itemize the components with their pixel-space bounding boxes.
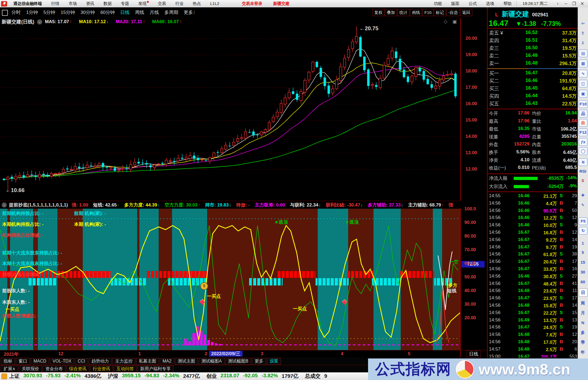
- menu-item-市场[interactable]: 市场: [64, 1, 81, 6]
- tab-设置[interactable]: 设置: [267, 358, 281, 365]
- tab-主力监控[interactable]: 主力监控: [112, 358, 135, 365]
- menu-item-发现[interactable]: 发现: [134, 1, 153, 6]
- tick-row[interactable]: 14:5616.4733.8万B16: [488, 266, 578, 273]
- ask-row-卖二[interactable]: 卖二16.4915.5万: [488, 53, 578, 60]
- minimize-icon[interactable]: –: [562, 1, 570, 6]
- tick-row[interactable]: 14:5616.4815.8万B14: [488, 303, 578, 310]
- period-tab-周线[interactable]: 周线: [132, 9, 147, 16]
- toolbar-button-标记[interactable]: 标记: [434, 9, 446, 16]
- period-tab-日线[interactable]: 日线: [118, 9, 132, 16]
- collapse-icon[interactable]: ⌄: [2, 202, 7, 208]
- tab-MA2[interactable]: MA2: [160, 358, 174, 364]
- toolbar-button-复权[interactable]: 复权: [372, 9, 384, 16]
- main-candle-chart[interactable]: ←20.75←10.66: [0, 18, 460, 201]
- period-n[interactable]: N: [579, 319, 587, 327]
- nav-back-icon[interactable]: ‹: [554, 1, 562, 6]
- toolbar-button-F10[interactable]: F10: [422, 9, 433, 16]
- draw-icon[interactable]: ✎: [579, 201, 587, 209]
- app-logo-icon[interactable]: [1, 1, 7, 7]
- ask-row-卖一[interactable]: 卖一16.48296.1万: [488, 60, 578, 67]
- period-tab-5分钟[interactable]: 5分钟: [41, 9, 58, 16]
- tab-VOL-TDX[interactable]: VOL-TDX: [50, 358, 74, 364]
- period-5min[interactable]: 5: [579, 249, 587, 256]
- tab-测试幅图A[interactable]: 测试幅图A: [199, 358, 225, 365]
- bid-row-买二[interactable]: 买二16.46191.9万: [488, 78, 578, 85]
- menu-item-帮助[interactable]: 帮助: [499, 1, 516, 6]
- tick-row[interactable]: 14:5616.4723.9万S17: [488, 295, 578, 302]
- index-沪深[interactable]: 沪深3959.15-94.83-2.34%2477亿: [108, 373, 204, 380]
- bid-row-买四[interactable]: 买四16.4414.5万: [488, 93, 578, 100]
- indicator-chart[interactable]: [0, 208, 460, 350]
- indicator-name[interactable]: 提前抄底(1,5,1,1,1,1,1,0,1,1): [9, 202, 68, 208]
- tab2-互动问答[interactable]: 互动问答: [114, 366, 137, 372]
- menu-item-行情[interactable]: 行情: [47, 1, 64, 6]
- tab-CCI[interactable]: CCI: [75, 358, 88, 364]
- kline-icon[interactable]: ◫: [579, 80, 587, 87]
- period-15min[interactable]: 15: [579, 259, 587, 266]
- period-week[interactable]: 周: [579, 299, 587, 307]
- report-icon[interactable]: ▤: [579, 50, 587, 57]
- menu-item-资讯[interactable]: 资讯: [81, 1, 99, 6]
- tick-row[interactable]: 14:5616.4612.2万S12: [488, 215, 578, 222]
- ask-row-卖四[interactable]: 卖四16.5131.4万: [488, 37, 578, 44]
- menu-item-热点[interactable]: 热点: [188, 1, 206, 6]
- tab2-新用户福利专享[interactable]: 新用户福利专享: [137, 366, 173, 372]
- toolbar-button-统计[interactable]: 统计: [397, 9, 409, 16]
- tick-row[interactable]: 14:5616.479.7万B19: [488, 244, 578, 251]
- tab2-资金分布[interactable]: 资金分布: [43, 366, 66, 372]
- tick-row[interactable]: 14:5616.4610.0万S9: [488, 222, 578, 229]
- period-60min[interactable]: 60: [579, 278, 587, 286]
- period-month[interactable]: 月: [579, 309, 587, 317]
- toolbar-button--自选[interactable]: -自选: [446, 9, 460, 16]
- menu-item-L1L2[interactable]: L1L2: [206, 1, 224, 6]
- tab-趋势动力[interactable]: 趋势动力: [89, 358, 112, 365]
- tick-row[interactable]: 14:5616.4722.2万S15: [488, 310, 578, 317]
- bid-row-买五[interactable]: 买五16.4322.5万: [488, 101, 578, 108]
- menu-item-版面[interactable]: 版面: [446, 1, 464, 6]
- tick-row[interactable]: 14:5616.464.4万B7: [488, 200, 578, 208]
- menu-item-交易[interactable]: 交易: [153, 1, 171, 6]
- period-tab-1分钟[interactable]: 1分钟: [23, 9, 41, 16]
- tab2-行业资讯[interactable]: 行业资讯: [90, 366, 113, 372]
- period-tab-15分钟[interactable]: 15分钟: [58, 9, 78, 16]
- tick-row[interactable]: 14:5616.4690.5万B50: [488, 208, 578, 215]
- chart-corner-diamond-icon[interactable]: ◇: [444, 19, 447, 25]
- tab-MACD[interactable]: MACD: [31, 358, 49, 364]
- tick-row[interactable]: 14:5616.4630.8万S27: [488, 273, 578, 281]
- bottom-period-label[interactable]: 日线: [467, 351, 481, 357]
- period-multi[interactable]: 多: [579, 329, 587, 336]
- tab-更多[interactable]: 更多: [252, 358, 266, 365]
- circle-icon[interactable]: ◯: [579, 147, 587, 155]
- period-quarter[interactable]: 季: [579, 339, 587, 346]
- down-icon[interactable]: ⇩: [579, 39, 587, 47]
- menu-item-数据[interactable]: 数据: [99, 1, 116, 6]
- restore-icon[interactable]: ❐: [570, 1, 578, 6]
- tab-测试幅图B[interactable]: 测试幅图B: [225, 358, 251, 365]
- tick-row[interactable]: 14:5616.4724.9万S19: [488, 324, 578, 332]
- tick-row[interactable]: 14:5616.4823.6万B11: [488, 288, 578, 295]
- period-tab-月线[interactable]: 月线: [147, 9, 162, 16]
- tab-测试主图[interactable]: 测试主图: [175, 358, 198, 365]
- date-box[interactable]: 2022/02/09/三: [209, 351, 243, 357]
- pages-icon[interactable]: ▣: [579, 90, 587, 98]
- tick-row[interactable]: 15:0016.47705.7万553: [488, 354, 578, 358]
- tick-row[interactable]: 14:5616.479.2万B14: [488, 237, 578, 244]
- period-tab-60分钟[interactable]: 60分钟: [98, 9, 118, 16]
- tick-row[interactable]: 14:5616.4913.5万B13: [488, 317, 578, 324]
- tab2-综合资讯[interactable]: 综合资讯: [66, 366, 89, 372]
- index-创业[interactable]: 创业2318.07-92.05-3.82%1797亿: [206, 373, 302, 380]
- close-icon[interactable]: ✕: [578, 1, 586, 6]
- index-上证[interactable]: 上证3070.93-75.93-2.41%4386亿: [9, 373, 105, 380]
- tick-row[interactable]: 14:5516.4621.1万S29: [488, 193, 578, 200]
- menu-item-行业[interactable]: 行业: [171, 1, 188, 6]
- f10-icon[interactable]: F10: [579, 100, 587, 108]
- refresh-icon[interactable]: ↻: [579, 227, 587, 235]
- tick-row[interactable]: 14:5616.487.6万B12: [488, 332, 578, 339]
- ask-row-卖五[interactable]: 卖五 ¥16.5237.3万: [488, 30, 578, 37]
- menu-item-选项[interactable]: 选项: [481, 1, 499, 6]
- tab-指标[interactable]: 指标: [1, 358, 15, 365]
- formula-icon[interactable]: ƒx: [579, 138, 587, 146]
- up-icon[interactable]: ⇧: [579, 29, 587, 37]
- bid-row-买三[interactable]: 买三16.4564.8万: [488, 85, 578, 92]
- period-day[interactable]: 日: [579, 288, 587, 297]
